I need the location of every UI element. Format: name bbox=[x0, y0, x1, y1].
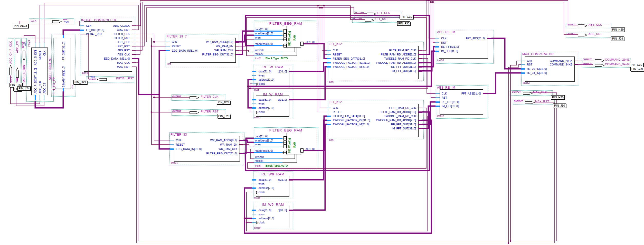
port-stub bbox=[235, 54, 239, 55]
pin-box[interactable]: PIN_F29 bbox=[217, 114, 230, 118]
net-wire[interactable] bbox=[433, 2, 435, 43]
io-arrow-icon bbox=[190, 110, 199, 115]
pin-box[interactable]: PIN_C29 bbox=[630, 67, 644, 71]
port-label: wren bbox=[259, 74, 264, 77]
q-bus-stub bbox=[289, 99, 293, 100]
port-stub bbox=[327, 116, 331, 117]
port-stub bbox=[132, 50, 136, 51]
port-label: CLK bbox=[333, 106, 338, 109]
port-stub bbox=[239, 140, 243, 141]
port-label: wren bbox=[255, 36, 261, 39]
port-stub bbox=[418, 66, 422, 68]
pin-box[interactable]: PIN_G29 bbox=[217, 100, 230, 105]
pin-box[interactable]: PIN_H29 bbox=[611, 27, 625, 32]
port-stub bbox=[132, 34, 136, 34]
port-stub bbox=[521, 68, 525, 70]
block-title: FFT_512 bbox=[329, 42, 342, 46]
port-stub bbox=[254, 146, 282, 146]
bus-wire[interactable] bbox=[318, 44, 327, 59]
bus-wire[interactable] bbox=[293, 63, 327, 71]
pin-box[interactable]: PIN_F30 bbox=[397, 21, 410, 26]
port-label: RESET bbox=[333, 53, 342, 56]
port-stub bbox=[252, 184, 256, 184]
port-label: wrclock bbox=[255, 49, 264, 52]
port-stub bbox=[132, 67, 136, 67]
port-label: wren bbox=[259, 102, 264, 105]
port-stub bbox=[252, 107, 256, 109]
pin-box[interactable]: PIN_L24 bbox=[17, 86, 31, 91]
port-stub bbox=[418, 116, 422, 116]
port-label: clock bbox=[259, 191, 265, 194]
clock-triangle-icon bbox=[256, 110, 259, 115]
ram-port-square bbox=[300, 148, 304, 153]
port-stub bbox=[418, 54, 422, 55]
ram-port-square bbox=[300, 42, 304, 46]
port-stub bbox=[252, 187, 256, 189]
port-stub bbox=[166, 42, 170, 42]
bus-wire[interactable] bbox=[159, 95, 170, 149]
pin-box[interactable]: PIN_H30 bbox=[551, 95, 565, 100]
port-label: TWIDDLE_RAM_RD_ADDR[7..0] bbox=[349, 61, 416, 64]
instance-label: inst bbox=[71, 84, 74, 89]
port-label: clock bbox=[259, 110, 265, 114]
pin-box[interactable]: PIN_U29 bbox=[73, 80, 87, 84]
pin-box[interactable]: PIN_AD15 bbox=[13, 24, 28, 28]
net-wire[interactable] bbox=[136, 38, 170, 145]
io-arrow-icon bbox=[523, 91, 533, 96]
port-stub bbox=[435, 38, 439, 39]
port-label: wren bbox=[259, 182, 264, 185]
port-stub bbox=[252, 192, 256, 192]
port-stub bbox=[418, 58, 422, 59]
io-direction-label: OUTPUT bbox=[583, 58, 592, 61]
port-label: wren bbox=[255, 143, 261, 146]
io-label: COMMAND_34HZ bbox=[605, 63, 630, 66]
net-wire[interactable] bbox=[20, 21, 29, 24]
bus-wire[interactable] bbox=[136, 51, 166, 95]
port-label: rdclock bbox=[255, 52, 263, 55]
pin-box[interactable]: PIN_J29 bbox=[611, 36, 624, 41]
port-label: WR_RAM_CLK bbox=[176, 147, 237, 150]
port-stub bbox=[435, 97, 440, 98]
io-label: ABS_RST bbox=[589, 32, 602, 35]
bus-wire[interactable] bbox=[243, 140, 254, 142]
io-label: CLK bbox=[31, 19, 37, 22]
port-stub bbox=[254, 52, 282, 52]
port-label: COMMAND_34HZ bbox=[527, 63, 572, 66]
instance-label: inst18 bbox=[254, 196, 261, 199]
io-direction-label: OUTPUT bbox=[514, 100, 523, 102]
pin-box[interactable]: PIN_J30 bbox=[553, 103, 566, 108]
io-label: FFT_CLK bbox=[377, 11, 390, 14]
port-label: address[7..0] bbox=[259, 217, 274, 220]
port-stub bbox=[418, 111, 422, 113]
bus-wire[interactable] bbox=[491, 38, 521, 69]
port-label: IM_FFT[31..0] bbox=[441, 50, 458, 53]
port-stub bbox=[435, 101, 440, 103]
net-wire[interactable] bbox=[243, 145, 254, 146]
io-label: ADC_S_DIN bbox=[22, 65, 25, 82]
port-label: wrclock bbox=[255, 155, 264, 158]
io-label: COMMAND_29HZ bbox=[605, 58, 630, 61]
io-label: ABS_CLK bbox=[589, 23, 602, 26]
port-label: IM_FFT_OUT[31..0] bbox=[349, 127, 416, 130]
net-wire[interactable] bbox=[136, 34, 170, 140]
pin-box[interactable]: PIN_G30 bbox=[400, 15, 413, 19]
port-stub bbox=[40, 95, 40, 100]
ram-word-label: RAM bbox=[293, 35, 296, 41]
port-label: CLK bbox=[333, 49, 338, 52]
port-label: RST bbox=[441, 41, 447, 44]
port-label: TWIDDLE_RAM_RD_ADDR[7..0] bbox=[349, 119, 416, 122]
bus-wire[interactable] bbox=[422, 47, 435, 67]
net-wire[interactable] bbox=[510, 61, 521, 241]
port-stub bbox=[132, 54, 136, 55]
port-label: address[7..0] bbox=[259, 106, 274, 109]
port-label: RE_FFT[31..0] bbox=[442, 100, 459, 103]
instance-label: inst28 bbox=[82, 72, 89, 74]
port-stub bbox=[166, 50, 170, 51]
bus-wire[interactable] bbox=[422, 106, 435, 128]
pin-box[interactable]: PIN_C30 bbox=[630, 63, 643, 67]
port-stub bbox=[132, 62, 136, 63]
schematic-canvas: INITIAL_CONTROLLERCLKFP_OUT[31..0]INITIA… bbox=[0, 0, 644, 245]
io-label: ADC_CHIP_CLK bbox=[9, 41, 12, 64]
ram-word-label: RAM bbox=[293, 142, 296, 148]
port-stub bbox=[80, 25, 84, 26]
